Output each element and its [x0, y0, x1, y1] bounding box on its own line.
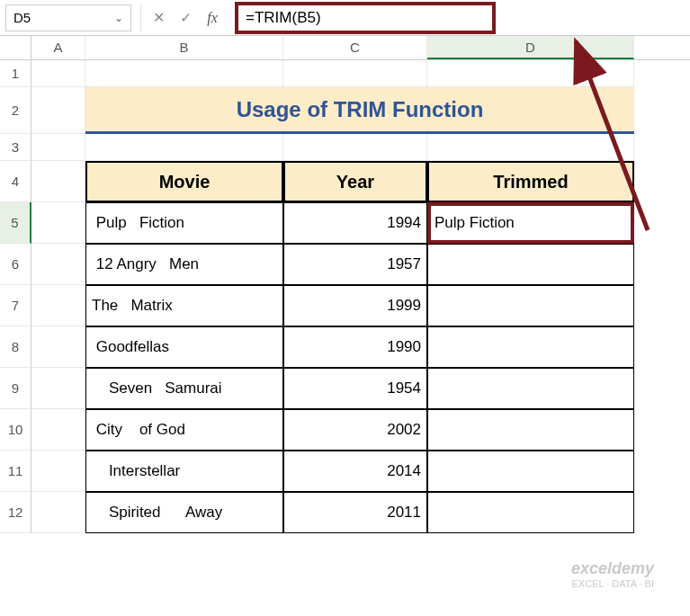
formula-text: =TRIM(B5) [246, 9, 321, 27]
cell-movie-12[interactable]: Spirited Away [85, 492, 283, 533]
cell-A2[interactable] [31, 87, 85, 134]
row-header-9[interactable]: 9 [0, 368, 31, 409]
title-cell[interactable]: Usage of TRIM Function [85, 87, 634, 134]
chevron-down-icon[interactable]: ⌄ [114, 12, 123, 24]
cell-A10[interactable] [31, 409, 85, 451]
cell-trimmed-7[interactable] [427, 285, 634, 326]
name-box-value: D5 [13, 10, 31, 25]
watermark-tag: EXCEL · DATA · BI [572, 578, 655, 589]
cell-A12[interactable] [31, 492, 85, 533]
row-header-6[interactable]: 6 [0, 244, 31, 285]
cell-year-9[interactable]: 1954 [283, 368, 427, 409]
cell-trimmed-11[interactable] [427, 451, 634, 492]
cell-movie-11[interactable]: Interstellar [85, 451, 283, 492]
row-header-7[interactable]: 7 [0, 285, 31, 326]
cell-year-8[interactable]: 1990 [283, 326, 427, 368]
header-trimmed[interactable]: Trimmed [427, 161, 634, 202]
cell-A5[interactable] [31, 202, 85, 244]
col-header-B[interactable]: B [85, 36, 283, 59]
cell-trimmed-6[interactable] [427, 244, 634, 285]
row-header-8[interactable]: 8 [0, 326, 31, 368]
cancel-formula-icon[interactable]: ✕ [145, 4, 172, 31]
cell-movie-5[interactable]: Pulp Fiction [85, 202, 283, 244]
cell-movie-10[interactable]: City of God [85, 409, 283, 451]
cell-movie-8[interactable]: Goodfellas [85, 326, 283, 368]
cell-D1[interactable] [427, 60, 634, 87]
cell-year-7[interactable]: 1999 [283, 285, 427, 326]
formula-bar: D5 ⌄ ✕ ✓ fx =TRIM(B5) [0, 0, 690, 36]
column-headers: A B C D [0, 36, 690, 60]
grid-body: 1 2 Usage of TRIM Function 3 4 Movie Yea… [0, 60, 690, 533]
cell-movie-9[interactable]: Seven Samurai [85, 368, 283, 409]
cell-A11[interactable] [31, 451, 85, 492]
cell-trimmed-12[interactable] [427, 492, 634, 533]
col-header-D[interactable]: D [427, 36, 634, 59]
row-header-10[interactable]: 10 [0, 409, 31, 451]
row-header-11[interactable]: 11 [0, 451, 31, 492]
cell-year-5[interactable]: 1994 [283, 202, 427, 244]
cell-trimmed-8[interactable] [427, 326, 634, 368]
header-movie[interactable]: Movie [85, 161, 283, 202]
cell-A4[interactable] [31, 161, 85, 202]
cell-C3[interactable] [283, 134, 427, 161]
col-header-C[interactable]: C [283, 36, 427, 59]
cell-A1[interactable] [31, 60, 85, 87]
name-box[interactable]: D5 ⌄ [5, 4, 131, 31]
cell-year-6[interactable]: 1957 [283, 244, 427, 285]
row-header-5[interactable]: 5 [0, 202, 31, 244]
cell-trimmed-5[interactable]: Pulp Fiction [427, 202, 634, 244]
formula-input[interactable]: =TRIM(B5) [235, 2, 496, 34]
row-header-3[interactable]: 3 [0, 134, 31, 161]
cell-year-12[interactable]: 2011 [283, 492, 427, 533]
cell-year-10[interactable]: 2002 [283, 409, 427, 451]
row-header-4[interactable]: 4 [0, 161, 31, 202]
fx-icon[interactable]: fx [199, 4, 226, 31]
row-header-2[interactable]: 2 [0, 87, 31, 134]
cell-B3[interactable] [85, 134, 283, 161]
cell-movie-7[interactable]: The Matrix [85, 285, 283, 326]
cell-A7[interactable] [31, 285, 85, 326]
cell-B1[interactable] [85, 60, 283, 87]
cell-A9[interactable] [31, 368, 85, 409]
cell-D3[interactable] [427, 134, 634, 161]
watermark-brand: exceldemy [571, 559, 654, 578]
cell-movie-6[interactable]: 12 Angry Men [85, 244, 283, 285]
watermark: exceldemy EXCEL · DATA · BI [571, 559, 654, 589]
cell-year-11[interactable]: 2014 [283, 451, 427, 492]
header-year[interactable]: Year [283, 161, 427, 202]
cell-trimmed-10[interactable] [427, 409, 634, 451]
row-header-1[interactable]: 1 [0, 60, 31, 87]
cell-A6[interactable] [31, 244, 85, 285]
cell-trimmed-9[interactable] [427, 368, 634, 409]
row-header-12[interactable]: 12 [0, 492, 31, 533]
cell-C1[interactable] [283, 60, 427, 87]
cell-A8[interactable] [31, 326, 85, 368]
cell-A3[interactable] [31, 134, 85, 161]
col-header-A[interactable]: A [31, 36, 85, 59]
confirm-formula-icon[interactable]: ✓ [172, 4, 199, 31]
